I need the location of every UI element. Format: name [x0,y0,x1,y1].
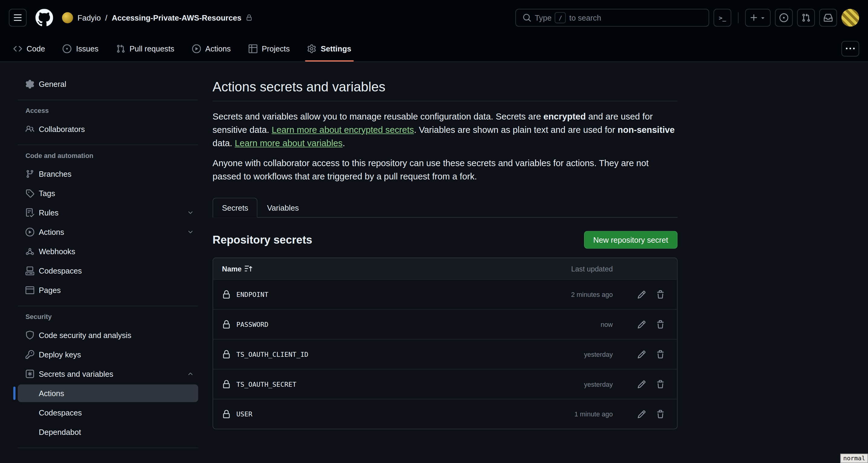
kebab-horizontal-icon [846,44,855,53]
search-input[interactable]: Type / to search [515,9,709,27]
search-placeholder-post: to search [569,13,601,22]
sidebar-item-label: Collaborators [39,125,85,134]
tab-label: Code [27,44,45,53]
edit-secret-button[interactable] [634,406,649,422]
tab-settings[interactable]: Settings [303,35,356,61]
delete-secret-button[interactable] [653,376,668,392]
pencil-icon [637,380,646,388]
private-repo-lock-icon [246,15,252,21]
sidebar-item-rules[interactable]: Rules [18,204,198,222]
trash-icon [656,320,665,329]
secret-name-cell: USER [222,410,530,418]
sidebar-item-label: Deploy keys [39,350,81,359]
collaborator-access-paragraph: Anyone with collaborator access to this … [213,157,678,183]
notifications-inbox-button[interactable] [819,9,837,27]
sidebar-item-secrets-and-variables[interactable]: Secrets and variables [18,365,198,383]
sidebar-subitem-dependabot-secrets[interactable]: Dependabot [18,423,198,441]
app-header: Fadyio / Accessing-Private-AWS-Resources… [0,0,868,35]
issue-opened-icon [63,44,72,53]
secret-updated: 2 minutes ago [530,290,613,298]
sidebar-item-tags[interactable]: Tags [18,184,198,202]
intro-text: . Variables are shown as plain text and … [414,125,618,135]
secret-actions [613,317,668,332]
git-pull-request-icon [802,13,810,22]
tab-pull-requests[interactable]: Pull requests [112,35,179,61]
gear-icon [308,44,316,53]
owner-link[interactable]: Fadyio [78,13,101,22]
repo-nav-overflow-button[interactable] [841,41,859,56]
column-header-last-updated: Last updated [530,264,613,273]
play-icon [192,44,201,53]
new-repository-secret-button[interactable]: New repository secret [584,231,678,249]
tab-projects[interactable]: Projects [244,35,294,61]
delete-secret-button[interactable] [653,287,668,302]
pencil-icon [637,350,646,358]
pull-requests-dashboard-button[interactable] [797,9,815,27]
owner-avatar[interactable] [62,12,73,23]
sidebar-item-collaborators[interactable]: Collaborators [18,120,198,138]
sidebar-item-pages[interactable]: Pages [18,282,198,299]
github-logo[interactable] [35,9,53,27]
pencil-icon [637,410,646,418]
tab-actions[interactable]: Actions [187,35,235,61]
secret-updated: yesterday [530,350,613,358]
edit-secret-button[interactable] [634,347,649,362]
tab-issues[interactable]: Issues [58,35,103,61]
lock-icon [222,320,231,329]
sidebar-subitem-codespaces-secrets[interactable]: Codespaces [18,404,198,422]
secrets-table: Name Last updated ENDPOINT 2 minutes ago [213,258,678,429]
sidebar-item-actions[interactable]: Actions [18,223,198,241]
secret-row: PASSWORD now [213,309,677,339]
inbox-icon [824,13,833,22]
sidebar-item-code-security[interactable]: Code security and analysis [18,326,198,344]
intro-bold-non-sensitive: non-sensitive [618,125,675,135]
sidebar-subitem-actions-secrets[interactable]: Actions [18,384,198,402]
command-palette-button[interactable]: >_ [713,9,731,27]
edit-secret-button[interactable] [634,287,649,302]
header-actions: Type / to search >_ [515,9,859,27]
sidebar-divider [18,99,198,100]
pencil-icon [637,320,646,329]
issue-opened-icon [779,13,788,22]
delete-secret-button[interactable] [653,347,668,362]
sidebar-item-codespaces[interactable]: Codespaces [18,262,198,280]
sidebar-item-webhooks[interactable]: Webhooks [18,243,198,261]
intro-text: . [343,139,345,148]
sidebar-divider [18,306,198,306]
sidebar-item-deploy-keys[interactable]: Deploy keys [18,346,198,364]
hamburger-menu-button[interactable] [9,9,27,27]
chevron-down-icon [187,209,194,216]
delete-secret-button[interactable] [653,406,668,422]
secret-updated: yesterday [530,380,613,388]
trash-icon [656,380,665,388]
tab-variables[interactable]: Variables [258,198,308,218]
sidebar-item-general[interactable]: General [18,75,198,93]
delete-secret-button[interactable] [653,317,668,332]
settings-main-content: Actions secrets and variables Secrets an… [213,62,678,463]
tab-label: Pull requests [129,44,174,53]
user-avatar-button[interactable] [841,9,859,27]
issues-dashboard-button[interactable] [775,9,793,27]
sidebar-section-code-automation: Code and automation [18,152,198,160]
secret-row: TS_OAUTH_CLIENT_ID yesterday [213,339,677,369]
secret-updated: 1 minute ago [530,410,613,418]
tab-secrets[interactable]: Secrets [213,198,258,218]
chevron-down-icon [760,15,766,21]
learn-more-variables-link[interactable]: Learn more about variables [235,139,343,148]
sidebar-item-label: Secrets and variables [39,370,113,378]
learn-more-encrypted-secrets-link[interactable]: Learn more about encrypted secrets [272,125,414,135]
edit-secret-button[interactable] [634,317,649,332]
sidebar-item-branches[interactable]: Branches [18,165,198,183]
sidebar-item-label: Dependabot [39,428,81,436]
column-header-name[interactable]: Name [222,264,530,273]
create-new-button[interactable] [745,9,771,27]
secret-name-cell: ENDPOINT [222,290,530,299]
tab-label: Issues [76,44,99,53]
repo-link[interactable]: Accessing-Private-AWS-Resources [112,13,242,22]
tab-code[interactable]: Code [9,35,49,61]
edit-secret-button[interactable] [634,376,649,392]
secret-actions [613,376,668,392]
settings-sidebar: General Access Collaborators Code and au… [0,62,213,463]
plus-icon [749,13,758,22]
git-branch-icon [25,170,34,178]
